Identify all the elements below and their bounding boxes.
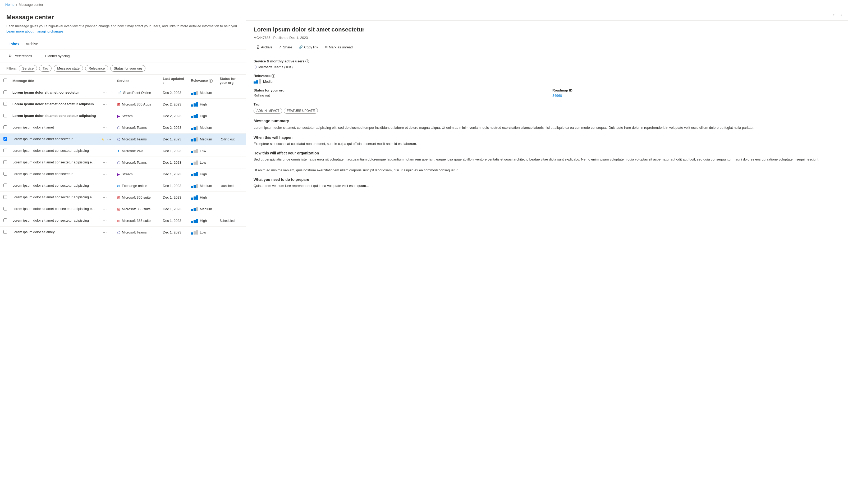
row-status-cell — [217, 87, 246, 98]
row-status-cell — [217, 168, 246, 180]
table-row[interactable]: Lorem ipsum dolor sit amet, consectetur … — [0, 87, 246, 98]
copy-link-action-button[interactable]: 🔗 Copy link — [296, 44, 321, 51]
roadmap-id-link[interactable]: 84960 — [553, 94, 562, 97]
row-context-menu[interactable]: ⋯ — [101, 125, 108, 131]
table-row[interactable]: Lorem ipsum dolor sit amet consectetur ★… — [0, 133, 246, 145]
service-name: Exchange online — [122, 184, 147, 188]
row-context-menu[interactable]: ⋯ — [101, 218, 108, 224]
filter-message-state[interactable]: Message state — [54, 65, 83, 72]
relevance-detail-info-icon[interactable]: i — [272, 74, 275, 78]
row-date: Dec 1, 2023 — [163, 137, 181, 141]
row-context-menu[interactable]: ⋯ — [101, 229, 108, 235]
table-row[interactable]: Lorem ipsum dolor sit amet consectetur a… — [0, 180, 246, 192]
row-service-cell: ⊞ Microsoft 365 suite — [115, 203, 161, 215]
table-row[interactable]: Lorem ipsum dolor sit amet consectetur a… — [0, 110, 246, 122]
row-checkbox[interactable] — [3, 230, 7, 234]
planner-syncing-button[interactable]: ⊞ Planner syncing — [38, 53, 72, 59]
row-service-cell: ⬡ Microsoft Teams — [115, 122, 161, 133]
mark-unread-action-button[interactable]: ✉ Mark as unread — [322, 44, 355, 51]
row-checkbox[interactable] — [3, 218, 7, 222]
filter-relevance[interactable]: Relevance — [85, 65, 108, 72]
row-status: Launched — [219, 184, 234, 188]
table-row[interactable]: Lorem ipsum dolor sit amey ⋯ ⬡ Microsoft… — [0, 227, 246, 238]
row-context-menu[interactable]: ⋯ — [101, 113, 108, 119]
row-checkbox[interactable] — [3, 90, 7, 94]
table-row[interactable]: Lorem ipsum dolor sit amet consectetur a… — [0, 215, 246, 227]
filter-tag[interactable]: Tag — [39, 65, 52, 72]
table-row[interactable]: Lorem ipsum dolor sit amet consectetur ⋯… — [0, 168, 246, 180]
relevance-bars — [254, 79, 261, 84]
filter-service[interactable]: Service — [19, 65, 37, 72]
row-relevance-cell: High — [189, 110, 218, 122]
toolbar: ⚙ Preferences ⊞ Planner syncing — [0, 50, 246, 62]
nav-down-button[interactable]: ↓ — [838, 11, 844, 18]
table-row[interactable]: Lorem ipsum dolor sit amet consectetur a… — [0, 98, 246, 110]
archive-action-button[interactable]: 🗄 Archive — [254, 44, 275, 51]
row-checkbox[interactable] — [3, 114, 7, 118]
tab-archive[interactable]: Archive — [22, 39, 41, 49]
message-summary-title: Message summary — [254, 119, 841, 123]
row-checkbox[interactable] — [3, 102, 7, 106]
row-context-menu[interactable]: ⋯ — [101, 148, 108, 154]
teams-service-icon: ⬡ — [254, 65, 257, 69]
row-context-menu[interactable]: ⋯ — [101, 90, 108, 96]
row-context-menu[interactable]: ⋯ — [101, 101, 108, 107]
table-row[interactable]: Lorem ipsum dolor sit amet consectetur a… — [0, 203, 246, 215]
row-status-cell — [217, 145, 246, 157]
row-checkbox[interactable] — [3, 183, 7, 187]
detail-actions: 🗄 Archive ↗ Share 🔗 Copy link ✉ Mark as … — [254, 44, 841, 54]
preferences-button[interactable]: ⚙ Preferences — [6, 53, 34, 59]
row-title-cell: Lorem ipsum dolor sit amet consectetur — [10, 168, 99, 180]
rel-bar-3 — [259, 79, 261, 84]
select-all-checkbox[interactable] — [3, 78, 7, 82]
row-title-cell: Lorem ipsum dolor sit amet consectetur — [10, 133, 99, 145]
detail-meta: MC447685 · Published Dec 1, 2023 — [254, 36, 841, 40]
service-users-info-icon[interactable]: i — [305, 59, 309, 63]
table-row[interactable]: Lorem ipsum dolor sit amet consectetur a… — [0, 157, 246, 168]
row-date-cell: Dec 1, 2023 — [161, 227, 189, 238]
tab-inbox[interactable]: Inbox — [6, 39, 22, 49]
filter-status-for-org[interactable]: Status for your org — [110, 65, 145, 72]
breadcrumb-sep: › — [16, 3, 17, 6]
row-checkbox[interactable] — [3, 160, 7, 164]
row-checkbox-cell — [0, 180, 10, 192]
detail-title: Lorem ipsum dolor sit amet consectetur — [254, 26, 841, 34]
service-name: Microsoft Teams — [122, 126, 147, 130]
row-checkbox[interactable] — [3, 149, 7, 152]
row-title-cell: Lorem ipsum dolor sit amet — [10, 122, 99, 133]
row-checkbox[interactable] — [3, 125, 7, 129]
row-context-menu[interactable]: ⋯ — [101, 183, 108, 189]
row-title-cell: Lorem ipsum dolor sit amet consectetur a… — [10, 98, 99, 110]
row-relevance-cell: High — [189, 98, 218, 110]
row-checkbox[interactable] — [3, 195, 7, 199]
row-checkbox[interactable] — [3, 172, 7, 176]
right-wrapper: ↑ ↓ Lorem ipsum dolor sit amet consectet… — [246, 9, 848, 504]
row-status: Rolling out — [219, 138, 235, 141]
row-menu-cell: ⋯ — [99, 110, 115, 122]
share-action-button[interactable]: ↗ Share — [276, 44, 295, 51]
row-rel-bars — [191, 230, 198, 235]
when-section: When this will happen Excepteur sint occ… — [254, 136, 841, 147]
nav-up-button[interactable]: ↑ — [831, 11, 836, 18]
breadcrumb-current: Message center — [19, 3, 43, 6]
row-title: Lorem ipsum dolor sit amet consectetur — [13, 172, 73, 176]
row-date-cell: Dec 2, 2023 — [161, 122, 189, 133]
table-row[interactable]: Lorem ipsum dolor sit amet consectetur a… — [0, 145, 246, 157]
page-title: Message center — [6, 14, 239, 21]
table-row[interactable]: Lorem ipsum dolor sit amet consectetur a… — [0, 192, 246, 203]
affect-section: How this will affect your organization S… — [254, 151, 841, 173]
relevance-info-icon[interactable]: i — [209, 79, 213, 83]
row-checkbox[interactable] — [3, 207, 7, 211]
breadcrumb: Home › Message center — [0, 0, 848, 9]
breadcrumb-home[interactable]: Home — [5, 3, 15, 6]
row-context-menu[interactable]: ⋯ — [101, 171, 108, 177]
row-context-menu[interactable]: ⋯ — [101, 206, 108, 212]
row-title: Lorem ipsum dolor sit amet consectetur a… — [13, 207, 95, 211]
table-row[interactable]: Lorem ipsum dolor sit amet ⋯ ⬡ Microsoft… — [0, 122, 246, 133]
row-context-menu[interactable]: ⋯ — [101, 159, 108, 165]
row-relevance-label: High — [200, 114, 207, 118]
row-context-menu[interactable]: ⋯ — [106, 136, 113, 142]
row-checkbox[interactable] — [3, 137, 7, 141]
learn-more-link[interactable]: Learn more about managing changes — [6, 29, 64, 33]
row-context-menu[interactable]: ⋯ — [101, 194, 108, 200]
